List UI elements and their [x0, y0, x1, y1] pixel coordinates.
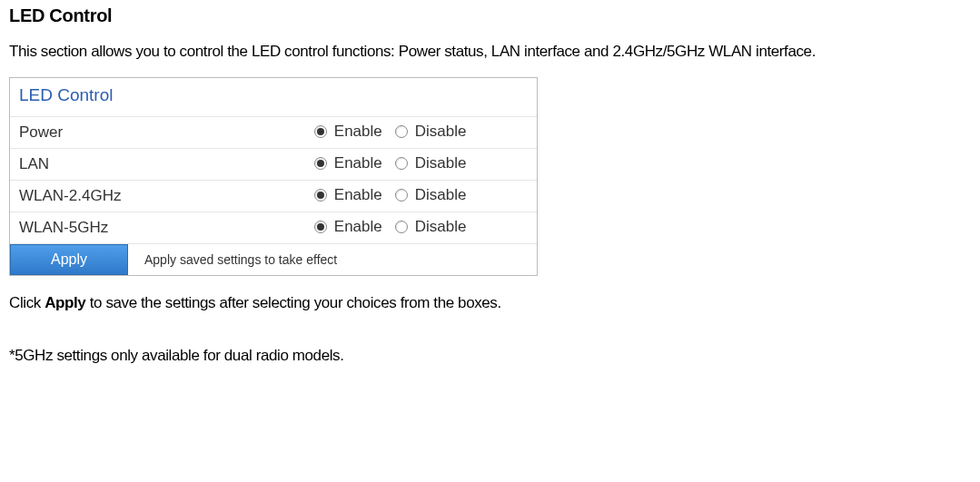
enable-label: Enable	[334, 186, 382, 204]
click-apply-bold: Apply	[45, 294, 85, 311]
row-options: EnableDisable	[305, 117, 537, 149]
row-label: WLAN-5GHz	[10, 212, 305, 244]
footnote: *5GHz settings only available for dual r…	[9, 347, 971, 365]
radio-icon	[395, 157, 408, 170]
row-label: Power	[10, 117, 305, 149]
click-apply-pre: Click	[9, 294, 45, 311]
enable-label: Enable	[334, 123, 382, 141]
click-apply-post: to save the settings after selecting you…	[85, 294, 500, 311]
radio-icon	[395, 189, 408, 202]
apply-row: Apply Apply saved settings to take effec…	[10, 243, 537, 275]
row-options: EnableDisable	[305, 212, 537, 244]
radio-icon	[395, 221, 408, 233]
disable-radio[interactable]: Disable	[395, 186, 467, 204]
disable-label: Disable	[415, 218, 467, 236]
apply-note: Apply saved settings to take effect	[144, 252, 337, 267]
click-apply-text: Click Apply to save the settings after s…	[9, 294, 971, 312]
radio-icon	[314, 157, 327, 170]
apply-button[interactable]: Apply	[10, 244, 128, 275]
enable-radio[interactable]: Enable	[314, 218, 382, 236]
row-label: WLAN-2.4GHz	[10, 181, 305, 212]
row-label: LAN	[10, 149, 305, 181]
table-row: WLAN-2.4GHzEnableDisable	[10, 181, 537, 212]
row-options: EnableDisable	[305, 181, 537, 212]
page-heading: LED Control	[9, 5, 971, 26]
enable-label: Enable	[334, 218, 382, 236]
led-control-panel: LED Control PowerEnableDisableLANEnableD…	[9, 77, 538, 276]
row-options: EnableDisable	[305, 149, 537, 181]
table-row: WLAN-5GHzEnableDisable	[10, 212, 537, 244]
led-options-table: PowerEnableDisableLANEnableDisableWLAN-2…	[10, 116, 537, 243]
table-row: LANEnableDisable	[10, 149, 537, 181]
table-row: PowerEnableDisable	[10, 117, 537, 149]
radio-icon	[314, 221, 327, 233]
disable-label: Disable	[415, 154, 467, 172]
enable-radio[interactable]: Enable	[314, 123, 382, 141]
enable-radio[interactable]: Enable	[314, 154, 382, 172]
panel-title: LED Control	[10, 78, 537, 116]
enable-radio[interactable]: Enable	[314, 186, 382, 204]
radio-icon	[314, 189, 327, 202]
disable-label: Disable	[415, 186, 467, 204]
enable-label: Enable	[334, 154, 382, 172]
disable-label: Disable	[415, 123, 467, 141]
radio-icon	[314, 125, 327, 138]
disable-radio[interactable]: Disable	[395, 218, 467, 236]
disable-radio[interactable]: Disable	[395, 154, 467, 172]
disable-radio[interactable]: Disable	[395, 123, 467, 141]
radio-icon	[395, 125, 408, 138]
intro-text: This section allows you to control the L…	[9, 43, 971, 61]
